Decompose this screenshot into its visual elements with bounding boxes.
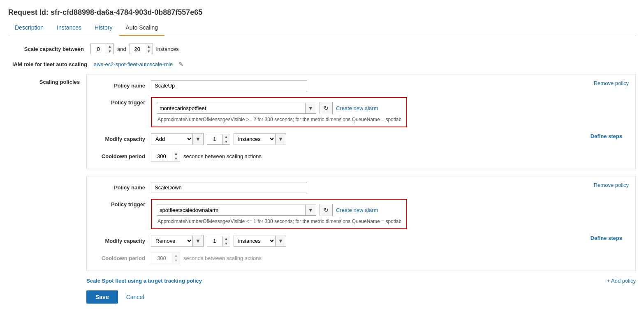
unit-select-wrap-2: instances ▼ [234, 235, 286, 247]
request-id: Request Id: sfr-cfd88998-da6a-4784-903d-… [8, 4, 636, 20]
scaling-policies-label: Scaling policies [8, 74, 86, 304]
trigger-box-1: ▼ ↻ Create new alarm ApproximateNumberOf… [151, 97, 407, 127]
scale-max-down[interactable]: ▼ [145, 49, 153, 54]
cooldown-down-1[interactable]: ▼ [172, 156, 180, 161]
cooldown-suffix-1: seconds between scaling actions [183, 153, 262, 159]
remove-policy-1[interactable]: Remove policy [594, 80, 629, 86]
policy-name-label-1: Policy name [93, 80, 151, 89]
trigger-select-wrap-2: ▼ [157, 205, 316, 216]
action-buttons: Save Cancel [86, 290, 636, 304]
cooldown-row-2: Cooldown period ▲ ▼ seconds between scal… [93, 253, 629, 263]
iam-role-row: IAM role for fleet auto scaling aws-ec2-… [8, 61, 636, 67]
scale-min-input[interactable] [91, 44, 106, 54]
cooldown-label-2: Cooldown period [93, 255, 151, 261]
tab-auto-scaling[interactable]: Auto Scaling [119, 20, 165, 36]
cooldown-row-1: Cooldown period ▲ ▼ seconds between scal… [93, 151, 629, 161]
policy-name-content-2 [151, 182, 307, 193]
modify-capacity-content-2: Add Remove Set to ▼ ▲ ▼ [151, 235, 286, 247]
policy-trigger-label-1: Policy trigger [93, 97, 151, 106]
trigger-box-2: ▼ ↻ Create new alarm ApproximateNumberOf… [151, 199, 407, 229]
instances-label: instances [156, 46, 179, 52]
trigger-select-2[interactable] [157, 205, 305, 215]
cooldown-input-2[interactable] [151, 253, 172, 263]
capacity-count-wrap-1: ▲ ▼ [207, 134, 230, 145]
trigger-select-arrow-2[interactable]: ▼ [305, 205, 316, 215]
cooldown-content-2: ▲ ▼ seconds between scaling actions [151, 253, 262, 263]
scale-capacity-row: Scale capacity between ▲ ▼ and ▲ ▼ insta… [8, 44, 636, 54]
trigger-select-wrap-1: ▼ [157, 103, 316, 114]
and-label: and [117, 46, 126, 52]
unit-select-1[interactable]: instances [234, 134, 275, 145]
policy-name-input-2[interactable] [151, 182, 307, 193]
modify-capacity-row-2: Modify capacity Add Remove Set to ▼ [93, 235, 629, 247]
modify-capacity-content-1: Add Remove Set to ▼ ▲ ▼ [151, 133, 286, 145]
tab-history[interactable]: History [88, 20, 119, 36]
modify-capacity-row-1: Modify capacity Add Remove Set to ▼ [93, 133, 629, 145]
policy-name-row-1: Policy name [93, 80, 629, 91]
policies-content: Remove policy Policy name Policy trigger [86, 74, 636, 304]
unit-select-2[interactable]: instances [234, 235, 275, 246]
trigger-desc-2: ApproximateNumberOfMessagesVisible <= 1 … [157, 219, 401, 224]
edit-icon[interactable]: ✎ [178, 61, 183, 67]
policy-trigger-label-2: Policy trigger [93, 199, 151, 207]
iam-role-label: IAM role for fleet auto scaling [12, 61, 94, 67]
policy-card-scaledown: Remove policy Policy name Policy trigger [86, 176, 636, 271]
action-select-1[interactable]: Add Remove Set to [151, 134, 192, 145]
trigger-inner-2: ▼ ↻ Create new alarm [157, 204, 401, 216]
cooldown-up-1[interactable]: ▲ [172, 151, 180, 156]
modify-capacity-label-2: Modify capacity [93, 238, 151, 244]
cooldown-spinners-1: ▲ ▼ [172, 151, 180, 161]
cancel-button[interactable]: Cancel [122, 290, 148, 304]
action-select-wrap-1: Add Remove Set to ▼ [151, 133, 204, 145]
iam-role-link[interactable]: aws-ec2-spot-fleet-autoscale-role [94, 61, 173, 67]
capacity-count-down-1[interactable]: ▼ [222, 139, 230, 144]
tabs-bar: Description Instances History Auto Scali… [8, 20, 636, 36]
policy-card-scaleup: Remove policy Policy name Policy trigger [86, 74, 636, 169]
policy-name-input-1[interactable] [151, 80, 307, 91]
define-steps-link-2[interactable]: Define steps [591, 235, 622, 241]
create-alarm-link-1[interactable]: Create new alarm [336, 105, 378, 111]
cooldown-down-2[interactable]: ▼ [172, 258, 180, 263]
trigger-refresh-btn-1[interactable]: ↻ [320, 102, 333, 114]
bottom-links: Scale Spot fleet using a target tracking… [86, 278, 636, 284]
target-tracking-link[interactable]: Scale Spot fleet using a target tracking… [86, 278, 202, 284]
cooldown-input-1[interactable] [151, 152, 172, 161]
trigger-select-arrow-1[interactable]: ▼ [305, 103, 316, 113]
cooldown-suffix-2: seconds between scaling actions [183, 255, 262, 261]
capacity-count-down-2[interactable]: ▼ [222, 241, 230, 246]
trigger-refresh-btn-2[interactable]: ↻ [320, 204, 333, 216]
cooldown-spinners-2: ▲ ▼ [172, 253, 180, 263]
trigger-desc-1: ApproximateNumberOfMessagesVisible >= 2 … [157, 117, 401, 122]
capacity-count-wrap-2: ▲ ▼ [207, 236, 230, 246]
unit-arrow-2[interactable]: ▼ [275, 236, 286, 246]
tab-description[interactable]: Description [8, 20, 50, 36]
capacity-count-up-2[interactable]: ▲ [222, 236, 230, 241]
scale-max-up[interactable]: ▲ [145, 44, 153, 49]
scale-min-up[interactable]: ▲ [106, 44, 114, 49]
capacity-count-up-1[interactable]: ▲ [222, 134, 230, 139]
remove-policy-2[interactable]: Remove policy [594, 182, 629, 188]
trigger-select-1[interactable] [157, 103, 305, 113]
capacity-count-input-1[interactable] [207, 134, 222, 144]
cooldown-label-1: Cooldown period [93, 153, 151, 159]
create-alarm-link-2[interactable]: Create new alarm [336, 207, 378, 213]
add-policy-link[interactable]: + Add policy [607, 278, 636, 284]
policy-trigger-row-2: Policy trigger ▼ ↻ Create new alarm [93, 199, 629, 229]
scale-min-input-wrap: ▲ ▼ [90, 44, 114, 54]
define-steps-link-1[interactable]: Define steps [591, 133, 622, 139]
cooldown-content-1: ▲ ▼ seconds between scaling actions [151, 151, 262, 161]
cooldown-up-2[interactable]: ▲ [172, 253, 180, 258]
scale-max-input[interactable] [130, 44, 145, 54]
action-arrow-2[interactable]: ▼ [192, 236, 203, 246]
unit-select-wrap-1: instances ▼ [234, 133, 286, 145]
tab-instances[interactable]: Instances [50, 20, 88, 36]
action-arrow-1[interactable]: ▼ [192, 134, 203, 144]
save-button[interactable]: Save [86, 290, 118, 304]
scale-min-down[interactable]: ▼ [106, 49, 114, 54]
action-select-2[interactable]: Add Remove Set to [151, 235, 192, 246]
scale-max-input-wrap: ▲ ▼ [130, 44, 153, 54]
policy-trigger-content-2: ▼ ↻ Create new alarm ApproximateNumberOf… [151, 199, 407, 229]
modify-capacity-label-1: Modify capacity [93, 136, 151, 142]
unit-arrow-1[interactable]: ▼ [275, 134, 286, 144]
capacity-count-input-2[interactable] [207, 236, 222, 246]
